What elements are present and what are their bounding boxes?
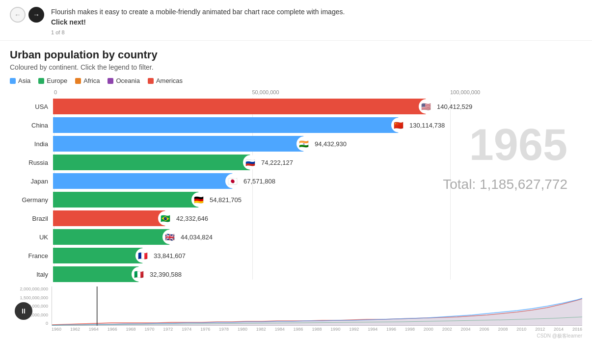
- bar-label: Germany: [10, 196, 53, 204]
- bar-value: 42,332,646: [176, 215, 208, 222]
- bar-value: 67,571,808: [243, 178, 275, 185]
- bars-wrapper: USA 🇺🇸 140,412,529 China 🇨🇳 130,114,738 …: [10, 98, 582, 283]
- timeline-x-label: 2008: [498, 327, 508, 332]
- watermark: CSDN @极客learner: [0, 332, 592, 341]
- legend-item-europe[interactable]: Europe: [38, 77, 67, 84]
- legend-item-asia[interactable]: Asia: [10, 77, 30, 84]
- bar-value: 140,412,529: [437, 103, 472, 110]
- flag-japan: 🇯🇵: [225, 174, 240, 188]
- timeline-x-label: 1988: [312, 327, 322, 332]
- timeline-area: 2,000,000,0001,500,000,0001,000,000,0005…: [10, 286, 582, 332]
- timeline-x-label: 2016: [572, 327, 582, 332]
- timeline-x-label: 1968: [126, 327, 136, 332]
- bar-row: Russia 🇷🇺 74,222,127: [10, 154, 582, 171]
- bar-row: USA 🇺🇸 140,412,529: [10, 98, 582, 115]
- bar-chart: 0 50,000,000 100,000,000 USA 🇺🇸 140,412,…: [10, 89, 582, 283]
- timeline-x-label: 2010: [516, 327, 526, 332]
- timeline-x-label: 1980: [238, 327, 247, 332]
- timeline-x-label: 2012: [535, 327, 545, 332]
- bar-label: China: [10, 122, 53, 129]
- timeline-x-label: 1996: [386, 327, 396, 332]
- timeline-x-label: 2002: [442, 327, 452, 332]
- flag-india: 🇮🇳: [296, 136, 311, 151]
- bar-label: Italy: [10, 271, 53, 278]
- bar-value: 130,114,738: [409, 122, 445, 129]
- timeline-x-label: 1984: [275, 327, 285, 332]
- bar-value: 54,821,705: [210, 196, 242, 204]
- bar-label: Japan: [10, 178, 53, 185]
- prev-button[interactable]: ←: [10, 7, 26, 23]
- timeline-x-label: 1972: [163, 327, 173, 332]
- bar-row: France 🇫🇷 33,841,607: [10, 247, 582, 264]
- next-button[interactable]: →: [28, 7, 44, 23]
- banner-cta: Click next!: [51, 18, 86, 26]
- timeline-x-label: 1992: [349, 327, 359, 332]
- axis-label-50m: 50,000,000: [252, 89, 279, 95]
- flag-uk: 🇬🇧: [162, 230, 177, 244]
- bar-label: USA: [10, 103, 53, 110]
- timeline-x-label: 1990: [330, 327, 340, 332]
- timeline-x-label: 1978: [219, 327, 229, 332]
- legend-label-europe: Europe: [47, 77, 67, 84]
- timeline-x-label: 1960: [52, 327, 61, 332]
- bar-label: Brazil: [10, 215, 53, 222]
- bar-row: China 🇨🇳 130,114,738: [10, 117, 582, 133]
- legend-dot-europe: [38, 78, 44, 84]
- flag-italy: 🇮🇹: [132, 267, 146, 282]
- bar-label: India: [10, 140, 53, 148]
- bar-value: 33,841,607: [154, 252, 186, 260]
- legend-label-americas: Americas: [156, 77, 183, 84]
- svg-marker-2: [52, 298, 582, 326]
- flag-france: 🇫🇷: [135, 248, 150, 263]
- legend-dot-asia: [10, 78, 16, 84]
- timeline-x-label: 1994: [368, 327, 377, 332]
- legend-item-oceania[interactable]: Oceania: [108, 77, 139, 84]
- bar-row: UK 🇬🇧 44,034,824: [10, 229, 582, 245]
- timeline-chart: [52, 286, 582, 326]
- chart-title: Urban population by country: [10, 49, 582, 61]
- legend-label-asia: Asia: [18, 77, 30, 84]
- step-count: 1 of 8: [51, 29, 582, 35]
- chart-subtitle: Coloured by continent. Click the legend …: [10, 63, 582, 71]
- timeline-x-label: 1966: [108, 327, 117, 332]
- bar-value: 74,222,127: [261, 159, 293, 166]
- flag-russia: 🇷🇺: [243, 155, 258, 170]
- legend-label-africa: Africa: [83, 77, 100, 84]
- timeline-x-label: 1964: [89, 327, 99, 332]
- timeline-x-label: 2004: [461, 327, 471, 332]
- timeline-x-label: 1974: [182, 327, 191, 332]
- timeline-x-labels: 1960196219641966196819701972197419761978…: [52, 326, 582, 332]
- flag-germany: 🇩🇪: [191, 192, 206, 207]
- timeline-x-label: 1986: [294, 327, 303, 332]
- timeline-x-label: 2000: [424, 327, 433, 332]
- legend-item-americas[interactable]: Americas: [148, 77, 183, 84]
- bar-label: France: [10, 252, 53, 260]
- timeline-x-label: 1982: [256, 327, 266, 332]
- bar-row: Brazil 🇧🇷 42,332,646: [10, 210, 582, 227]
- bar-row: Japan 🇯🇵 67,571,808: [10, 173, 582, 189]
- timeline-x-label: 1970: [144, 327, 154, 332]
- bar-value: 94,432,930: [315, 140, 347, 148]
- bar-row: Italy 🇮🇹 32,390,588: [10, 266, 582, 283]
- flag-china: 🇨🇳: [391, 118, 406, 132]
- play-pause-button[interactable]: ⏸: [15, 302, 32, 320]
- timeline-x-label: 1962: [70, 327, 80, 332]
- legend-dot-americas: [148, 78, 154, 84]
- bar-label: Russia: [10, 159, 53, 166]
- axis-label-0: 0: [54, 89, 57, 95]
- timeline-x-label: 2014: [554, 327, 564, 332]
- legend: AsiaEuropeAfricaOceaniaAmericas: [10, 77, 582, 84]
- bar-row: India 🇮🇳 94,432,930: [10, 135, 582, 152]
- timeline-x-label: 2006: [479, 327, 489, 332]
- legend-item-africa[interactable]: Africa: [75, 77, 100, 84]
- axis-label-100m: 100,000,000: [450, 89, 480, 95]
- legend-dot-oceania: [108, 78, 113, 84]
- timeline-x-label: 1976: [200, 327, 210, 332]
- flag-usa: 🇺🇸: [419, 99, 433, 114]
- bar-label: UK: [10, 234, 53, 241]
- timeline-x-label: 1998: [405, 327, 415, 332]
- bar-row: Germany 🇩🇪 54,821,705: [10, 191, 582, 208]
- bar-value: 44,034,824: [181, 234, 213, 241]
- flag-brazil: 🇧🇷: [158, 211, 173, 226]
- banner-text: Flourish makes it easy to create a mobil…: [51, 7, 582, 27]
